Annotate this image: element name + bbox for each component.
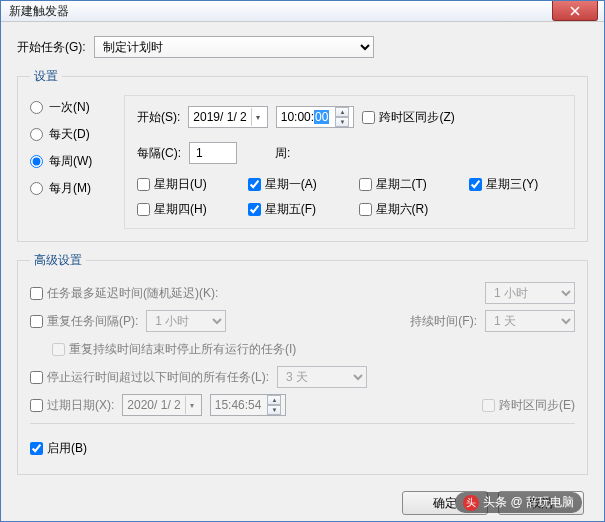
repeat-interval-combo[interactable]: 1 小时 xyxy=(146,310,226,332)
start-task-row: 开始任务(G): 制定计划时 xyxy=(17,36,588,58)
close-button[interactable] xyxy=(552,1,598,21)
stop-after-row: 停止运行时间超过以下时间的所有任务(L): 3 天 xyxy=(30,363,575,391)
schedule-type-radios: 一次(N) 每天(D) 每周(W) 每月(M) xyxy=(30,95,110,229)
day-fri[interactable]: 星期五(F) xyxy=(248,201,341,218)
expire-tz-checkbox[interactable]: 跨时区同步(E) xyxy=(482,397,575,414)
every-value-input[interactable]: 1 xyxy=(189,142,237,164)
stop-after-checkbox[interactable]: 停止运行时间超过以下时间的所有任务(L): xyxy=(30,369,269,386)
radio-daily[interactable]: 每天(D) xyxy=(30,126,110,143)
footer: 确定 取消 头 头条 @ 辞玩电脑 xyxy=(17,485,588,515)
repeat-stop-checkbox[interactable]: 重复持续时间结束时停止所有运行的任务(I) xyxy=(52,341,296,358)
window-title: 新建触发器 xyxy=(9,3,69,20)
advanced-legend: 高级设置 xyxy=(30,252,86,269)
watermark-icon: 头 xyxy=(463,495,479,511)
start-task-combo[interactable]: 制定计划时 xyxy=(94,36,374,58)
start-time-picker[interactable]: 10:00:00 ▲▼ xyxy=(276,106,355,128)
watermark: 头 头条 @ 辞玩电脑 xyxy=(455,492,582,513)
advanced-group: 高级设置 任务最多延迟时间(随机延迟)(K): 1 小时 重复任务间隔(P): … xyxy=(17,252,588,475)
day-sun[interactable]: 星期日(U) xyxy=(137,176,230,193)
schedule-details: 开始(S): 2019/ 1/ 2 ▾ 10:00:00 ▲▼ 跨时区同步(Z)… xyxy=(124,95,575,229)
start-label: 开始(S): xyxy=(137,109,180,126)
delay-row: 任务最多延迟时间(随机延迟)(K): 1 小时 xyxy=(30,279,575,307)
expire-time-picker[interactable]: 15:46:54▲▼ xyxy=(210,394,287,416)
settings-legend: 设置 xyxy=(30,68,62,85)
start-task-label: 开始任务(G): xyxy=(17,39,86,56)
day-wed[interactable]: 星期三(Y) xyxy=(469,176,562,193)
day-mon[interactable]: 星期一(A) xyxy=(248,176,341,193)
expire-row: 过期日期(X): 2020/ 1/ 2▾ 15:46:54▲▼ 跨时区同步(E) xyxy=(30,391,575,419)
titlebar: 新建触发器 xyxy=(1,1,604,22)
duration-label: 持续时间(F): xyxy=(410,313,477,330)
radio-monthly[interactable]: 每月(M) xyxy=(30,180,110,197)
delay-checkbox[interactable]: 任务最多延迟时间(随机延迟)(K): xyxy=(30,285,218,302)
enabled-row: 启用(B) xyxy=(30,434,575,462)
expire-checkbox[interactable]: 过期日期(X): xyxy=(30,397,114,414)
radio-weekly[interactable]: 每周(W) xyxy=(30,153,110,170)
repeat-checkbox[interactable]: 重复任务间隔(P): xyxy=(30,313,138,330)
start-date-picker[interactable]: 2019/ 1/ 2 ▾ xyxy=(188,106,267,128)
stop-after-combo[interactable]: 3 天 xyxy=(277,366,367,388)
enabled-checkbox[interactable]: 启用(B) xyxy=(30,440,87,457)
time-spinner[interactable]: ▲▼ xyxy=(267,395,283,415)
tz-sync-checkbox[interactable]: 跨时区同步(Z) xyxy=(362,109,454,126)
day-tue[interactable]: 星期二(T) xyxy=(359,176,452,193)
trigger-dialog: 新建触发器 开始任务(G): 制定计划时 设置 一次(N) 每天(D) 每周(W… xyxy=(0,0,605,522)
duration-combo[interactable]: 1 天 xyxy=(485,310,575,332)
expire-date-picker[interactable]: 2020/ 1/ 2▾ xyxy=(122,394,201,416)
close-icon xyxy=(570,6,580,16)
every-label: 每隔(C): xyxy=(137,145,181,162)
delay-combo[interactable]: 1 小时 xyxy=(485,282,575,304)
chevron-down-icon: ▾ xyxy=(251,108,265,126)
chevron-down-icon: ▾ xyxy=(185,396,199,414)
day-thu[interactable]: 星期四(H) xyxy=(137,201,230,218)
time-spinner[interactable]: ▲▼ xyxy=(335,107,351,127)
week-label: 周: xyxy=(275,145,290,162)
content: 开始任务(G): 制定计划时 设置 一次(N) 每天(D) 每周(W) 每月(M… xyxy=(1,22,604,522)
radio-once[interactable]: 一次(N) xyxy=(30,99,110,116)
weekday-grid: 星期日(U) 星期一(A) 星期二(T) 星期三(Y) 星期四(H) 星期五(F… xyxy=(137,176,562,218)
settings-group: 设置 一次(N) 每天(D) 每周(W) 每月(M) 开始(S): 2019/ … xyxy=(17,68,588,242)
day-sat[interactable]: 星期六(R) xyxy=(359,201,452,218)
repeat-stop-row: 重复持续时间结束时停止所有运行的任务(I) xyxy=(52,335,575,363)
repeat-row: 重复任务间隔(P): 1 小时 持续时间(F): 1 天 xyxy=(30,307,575,335)
separator xyxy=(30,423,575,424)
